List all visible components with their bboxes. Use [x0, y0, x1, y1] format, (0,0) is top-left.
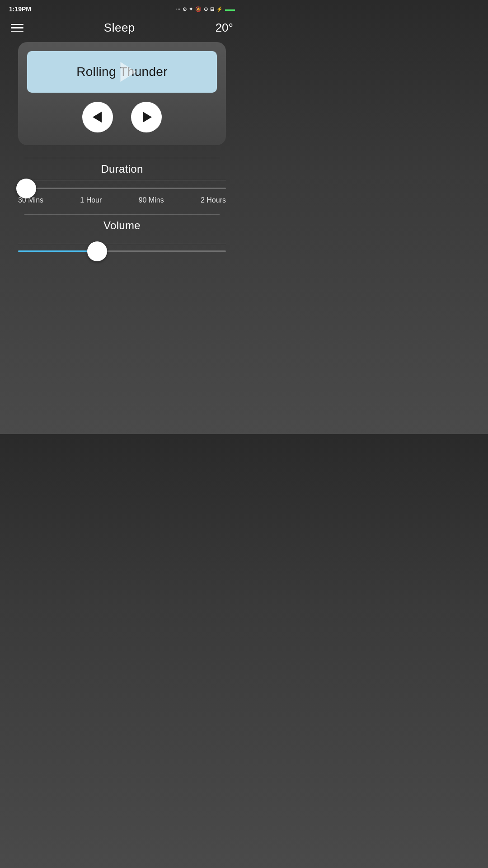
volume-divider — [18, 244, 226, 244]
volume-slider-track[interactable] — [18, 250, 226, 252]
player-card: Rolling Thunder — [18, 42, 226, 145]
charge-icon: ⚡ — [216, 6, 223, 12]
status-icons: ··· ⊙ ✦ 🔕 ⊙ ⊟ ⚡ ▬▬ — [176, 6, 235, 12]
volume-fill-bar — [18, 250, 97, 252]
play-indicator-icon — [121, 62, 136, 82]
menu-icon-line2 — [11, 27, 23, 28]
menu-button[interactable] — [11, 24, 23, 32]
duration-slider-track[interactable] — [18, 188, 226, 189]
prev-arrow-icon — [93, 112, 102, 123]
duration-section: Duration 30 Mins 1 Hour 90 Mins 2 Hours — [0, 163, 244, 209]
volume-title: Volume — [18, 219, 226, 232]
battery-icon: ▬▬ — [225, 6, 235, 12]
temperature-display: 20° — [216, 21, 233, 35]
page-title: Sleep — [104, 21, 135, 35]
next-button[interactable] — [131, 102, 162, 132]
duration-slider-container: 30 Mins 1 Hour 90 Mins 2 Hours — [18, 180, 226, 209]
duration-label-2hours: 2 Hours — [201, 196, 226, 204]
menu-icon-line1 — [11, 24, 23, 25]
duration-label-30min: 30 Mins — [18, 196, 43, 204]
prev-button[interactable] — [82, 102, 113, 132]
next-arrow-icon — [143, 112, 152, 123]
duration-label-90min: 90 Mins — [139, 196, 164, 204]
status-time: 1:19PM — [9, 5, 31, 13]
mute-icon: 🔕 — [195, 6, 202, 12]
volume-top-divider — [24, 214, 220, 215]
player-controls — [82, 102, 162, 132]
signal-dots-icon: ··· — [176, 6, 180, 12]
volume-section: Volume — [0, 219, 244, 256]
alarm-icon: ⊙ — [183, 6, 187, 12]
app-header: Sleep 20° — [0, 16, 244, 42]
volume-slider-container — [18, 236, 226, 256]
bluetooth-icon: ✦ — [189, 6, 193, 12]
wifi-icon: ⊙ — [204, 6, 208, 12]
duration-labels: 30 Mins 1 Hour 90 Mins 2 Hours — [18, 196, 226, 204]
volume-slider-thumb[interactable] — [87, 241, 107, 261]
duration-title: Duration — [18, 163, 226, 175]
duration-slider-thumb[interactable] — [16, 179, 36, 198]
data-icon: ⊟ — [210, 6, 214, 12]
sound-display: Rolling Thunder — [27, 51, 217, 93]
menu-icon-line3 — [11, 31, 23, 32]
duration-top-divider — [24, 158, 220, 158]
status-bar: 1:19PM ··· ⊙ ✦ 🔕 ⊙ ⊟ ⚡ ▬▬ — [0, 0, 244, 16]
duration-label-1hour: 1 Hour — [80, 196, 102, 204]
